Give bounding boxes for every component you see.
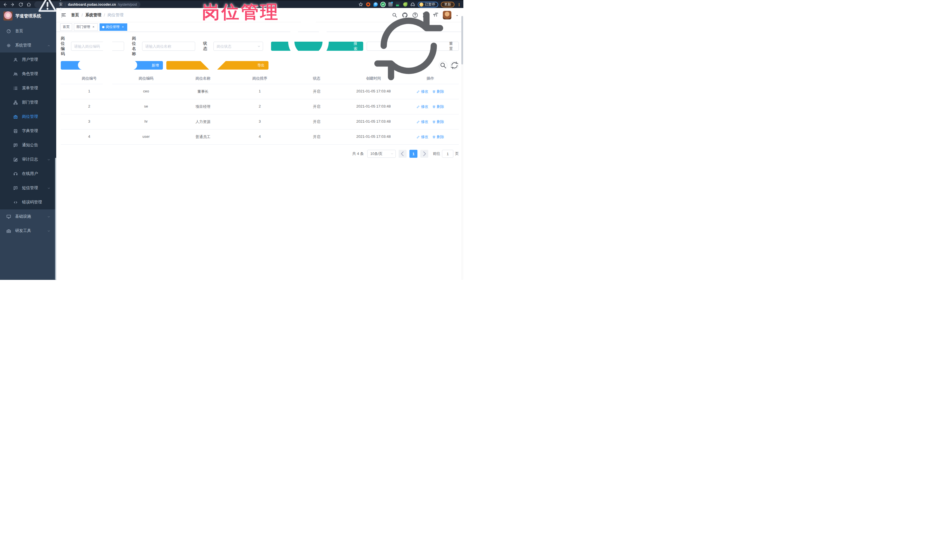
- sidebar-item-notice-announcement[interactable]: 通知公告: [0, 138, 56, 152]
- role-icon: [13, 71, 18, 76]
- avatar-caret-down-icon[interactable]: [455, 14, 459, 17]
- browser-menu-kebab-icon[interactable]: ⋮: [457, 2, 461, 7]
- browser-home-button[interactable]: [26, 2, 31, 7]
- sidebar-item-infrastructure[interactable]: 基础设施: [0, 209, 56, 224]
- extensions-puzzle-icon[interactable]: [410, 2, 415, 7]
- sidebar-item-error-code-management[interactable]: 错误码管理: [0, 195, 56, 209]
- chevron-down-icon: [390, 152, 394, 155]
- sidebar-item-label: 岗位管理: [22, 114, 50, 119]
- sidebar-item-online-users[interactable]: 在线用户: [0, 167, 56, 181]
- sidebar-item-dept-management[interactable]: 部门管理: [0, 95, 56, 109]
- edit-link-label: 修改: [421, 119, 428, 124]
- sidebar-item-dev-tools[interactable]: 研发工具: [0, 224, 56, 238]
- extension-gray-icon[interactable]: [388, 2, 393, 7]
- search-button[interactable]: 搜索: [271, 42, 363, 51]
- reset-button[interactable]: 重置: [367, 42, 459, 51]
- sidebar-item-menu-management[interactable]: 菜单管理: [0, 81, 56, 95]
- edit-link[interactable]: 修改: [416, 119, 428, 124]
- edit-link[interactable]: 修改: [416, 89, 428, 94]
- delete-link[interactable]: 删除: [432, 119, 444, 124]
- goto-label: 前往: [433, 151, 440, 156]
- sidebar-item-label: 错误码管理: [22, 200, 50, 205]
- delete-link[interactable]: 删除: [432, 89, 444, 94]
- sidebar-item-label: 研发工具: [15, 228, 43, 233]
- delete-link[interactable]: 删除: [432, 104, 444, 109]
- goto-page-input[interactable]: [442, 150, 453, 158]
- sidebar: 芋道管理系统 首页系统管理用户管理角色管理菜单管理部门管理岗位管理字典管理通知公…: [0, 8, 56, 280]
- table-body: 1ceo董事长1开启2021-01-05 17:03:48修改删除2se项目经理…: [61, 84, 459, 145]
- table-row: 3hr人力资源3开启2021-01-05 17:03:48修改删除: [61, 114, 459, 129]
- refresh-table-button[interactable]: [450, 61, 459, 70]
- export-button[interactable]: 导出: [166, 61, 269, 70]
- edit-icon: [416, 135, 420, 139]
- collapse-sidebar-icon[interactable]: [61, 12, 67, 18]
- sidebar-item-audit-log[interactable]: 审计日志: [0, 152, 56, 167]
- address-bar[interactable]: 不安全 | dashboard.yudao.iocoder.cn/system/…: [34, 2, 140, 8]
- sidebar-item-home[interactable]: 首页: [0, 24, 56, 38]
- sidebar-item-role-management[interactable]: 角色管理: [0, 67, 56, 81]
- browser-update-button[interactable]: 更新: [441, 2, 454, 8]
- breadcrumb-system[interactable]: 系统管理: [85, 12, 101, 18]
- app-title: 芋道管理系统: [15, 14, 41, 19]
- column-header: 岗位名称: [175, 74, 231, 84]
- extension-leaf-icon[interactable]: [403, 2, 408, 7]
- add-button[interactable]: 新增: [61, 61, 163, 70]
- toolbar-right: [439, 61, 459, 70]
- add-button-label: 新增: [152, 63, 159, 68]
- sidebar-item-post-management[interactable]: 岗位管理: [0, 109, 56, 124]
- sidebar-item-user-management[interactable]: 用户管理: [0, 53, 56, 67]
- user-icon: [13, 57, 18, 62]
- extension-green-check-icon[interactable]: [381, 2, 386, 7]
- sidebar-item-label: 通知公告: [22, 143, 50, 148]
- profile-paused-pill[interactable]: 已暂停: [418, 2, 438, 8]
- cell-status: 开启: [288, 129, 345, 144]
- menu-list-icon: [13, 86, 18, 91]
- sidebar-item-label: 菜单管理: [22, 86, 50, 91]
- bookmark-star-icon[interactable]: [359, 2, 363, 7]
- browser-reload-button[interactable]: [18, 2, 23, 7]
- toggle-search-button[interactable]: [439, 61, 447, 70]
- page-size-select[interactable]: [367, 150, 396, 158]
- status-select[interactable]: [213, 42, 263, 51]
- sidebar-item-dict-management[interactable]: 字典管理: [0, 124, 56, 138]
- edit-link[interactable]: 修改: [416, 104, 428, 109]
- extension-orange-icon[interactable]: [366, 2, 371, 7]
- cell-actions: 修改删除: [402, 129, 459, 144]
- browser-forward-button[interactable]: [10, 2, 15, 7]
- cell-status: 开启: [288, 114, 345, 129]
- sidebar-item-system-management[interactable]: 系统管理: [0, 38, 56, 53]
- prev-page-button[interactable]: [398, 150, 407, 158]
- url-path: /system/post: [118, 3, 137, 6]
- next-page-button[interactable]: [420, 150, 428, 158]
- cell-code: ceo: [117, 84, 174, 99]
- cell-sort: 2: [231, 99, 288, 114]
- status-select-input[interactable]: [213, 42, 263, 51]
- breadcrumb-separator: /: [104, 13, 105, 17]
- delete-link[interactable]: 删除: [432, 134, 444, 140]
- delete-link-label: 删除: [436, 119, 444, 124]
- extension-gif-icon[interactable]: [395, 2, 400, 7]
- cell-code: user: [117, 129, 174, 144]
- sms-icon: [13, 186, 18, 191]
- chevron-down-icon: [47, 229, 50, 232]
- sidebar-item-label: 首页: [15, 29, 50, 34]
- column-header: 岗位编号: [61, 74, 117, 84]
- cell-name: 项目经理: [175, 99, 231, 114]
- table-header-row: 岗位编号岗位编码岗位名称岗位排序状态创建时间操作: [61, 74, 459, 84]
- cell-code: se: [117, 99, 174, 114]
- cell-sort: 1: [231, 84, 288, 99]
- chevron-down-icon: [257, 44, 261, 48]
- page-number-1[interactable]: 1: [409, 150, 418, 158]
- page-scrollbar[interactable]: [461, 16, 464, 280]
- browser-toolbar-right: 已暂停 更新 ⋮: [359, 2, 461, 8]
- sidebar-item-sms-management[interactable]: 短信管理: [0, 181, 56, 195]
- sidebar-menu: 首页系统管理用户管理角色管理菜单管理部门管理岗位管理字典管理通知公告审计日志在线…: [0, 24, 56, 238]
- delete-link-label: 删除: [436, 134, 444, 140]
- cell-id: 4: [61, 129, 117, 144]
- sidebar-item-label: 部门管理: [22, 100, 50, 105]
- breadcrumb-home[interactable]: 首页: [71, 12, 79, 18]
- edit-link[interactable]: 修改: [416, 134, 428, 140]
- browser-back-button[interactable]: [2, 2, 8, 7]
- extension-blue-drop-icon[interactable]: [373, 2, 378, 7]
- browser-chrome: 不安全 | dashboard.yudao.iocoder.cn/system/…: [0, 0, 464, 8]
